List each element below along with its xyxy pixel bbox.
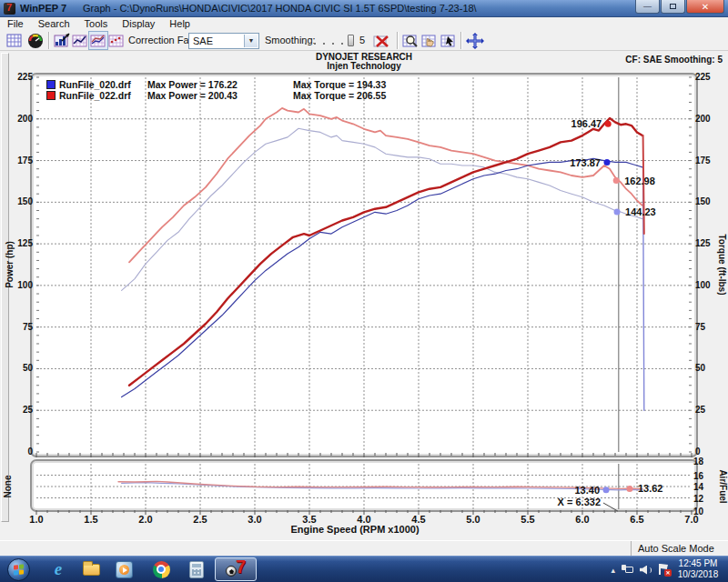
taskbar-chrome-icon[interactable] <box>147 557 175 582</box>
menu-file[interactable]: File <box>0 17 31 30</box>
toolbar-separator <box>460 32 462 49</box>
cursor-tool-icon[interactable] <box>439 31 459 50</box>
graph-overlay-icon[interactable] <box>88 31 108 50</box>
legend-max-torque: Max Torque = 194.33 <box>293 79 386 90</box>
legend-row: RunFile_020.drfMax Power = 176.22Max Tor… <box>46 79 386 90</box>
main-plot-area[interactable] <box>30 73 698 457</box>
graph-line-icon[interactable] <box>70 31 90 50</box>
crosshair-tool-icon[interactable] <box>465 31 485 50</box>
legend-run-file: RunFile_020.drf <box>59 79 147 90</box>
graph-multi-run-icon[interactable] <box>106 31 126 50</box>
system-tray: ▴ ✕ <box>611 557 670 582</box>
scale-mode-status: Auto Scale Mode <box>631 541 728 557</box>
media-player-icon <box>116 561 133 578</box>
clock-date: 10/3/2018 <box>672 569 724 580</box>
volume-icon[interactable] <box>640 565 652 576</box>
legend-swatch <box>46 91 56 100</box>
winpep-app-icon: 7 <box>4 3 15 15</box>
legend: RunFile_020.drfMax Power = 176.22Max Tor… <box>46 79 386 101</box>
toolbar-separator <box>397 32 399 49</box>
menu-search[interactable]: Search <box>31 17 77 30</box>
taskbar-media-player-icon[interactable] <box>110 557 137 582</box>
legend-max-power: Max Power = 200.43 <box>147 90 293 101</box>
winpep-window: 7 WinPEP 7Graph - C:\DynoRuns\HONDA\CIVI… <box>0 0 728 582</box>
windows-flag-icon <box>14 564 24 575</box>
app-name: WinPEP 7 <box>20 3 66 14</box>
graph-client-area: DYNOJET RESEARCH Injen Technology CF: SA… <box>0 51 728 540</box>
window-title: WinPEP 7Graph - C:\DynoRuns\HONDA\CIVIC\… <box>20 3 477 14</box>
slider-ticks <box>305 43 343 45</box>
legend-run-file: RunFile_022.drf <box>59 90 147 101</box>
action-center-icon[interactable]: ✕ <box>658 564 670 576</box>
internet-explorer-icon: e <box>55 559 62 579</box>
pan-tool-icon[interactable] <box>420 31 440 50</box>
taskbar-ie-icon[interactable]: e <box>45 557 72 582</box>
taskbar-clock[interactable]: 12:45 PM 10/3/2018 <box>672 558 724 580</box>
graph-3d-bars-icon[interactable] <box>52 31 72 50</box>
correction-factor-select[interactable]: SAE ▼ <box>188 33 259 49</box>
taskbar-explorer-icon[interactable] <box>77 557 105 582</box>
menu-help[interactable]: Help <box>162 17 197 30</box>
smoothing-slider[interactable] <box>303 35 354 47</box>
winpep7-icon: 7 <box>226 559 246 579</box>
legend-max-power: Max Power = 176.22 <box>147 79 293 90</box>
restore-icon <box>670 4 676 9</box>
status-bar: Auto Scale Mode <box>0 540 728 556</box>
afr-plot-area[interactable] <box>30 459 698 512</box>
toolbar: Correction Factor: SAE ▼ Smoothing: 5 <box>0 30 728 51</box>
chrome-icon <box>153 561 170 578</box>
taskbar-calculator-icon[interactable] <box>183 557 210 582</box>
graph-grid-icon[interactable] <box>5 31 25 50</box>
zoom-tool-icon[interactable] <box>400 31 420 50</box>
restore-button[interactable] <box>661 0 685 14</box>
legend-row: RunFile_022.drfMax Power = 200.43Max Tor… <box>46 90 386 101</box>
title-bar[interactable]: 7 WinPEP 7Graph - C:\DynoRuns\HONDA\CIVI… <box>0 0 728 17</box>
close-button[interactable]: ✕ <box>686 0 724 14</box>
clock-time: 12:45 PM <box>672 558 724 569</box>
menu-bar: File Search Tools Display Help <box>0 17 728 30</box>
menu-display[interactable]: Display <box>115 17 162 30</box>
calculator-icon <box>189 561 204 578</box>
start-button[interactable] <box>7 558 30 581</box>
close-graph-icon[interactable] <box>372 31 392 50</box>
show-hidden-icons-button[interactable]: ▴ <box>611 566 615 575</box>
network-icon[interactable] <box>622 565 633 575</box>
gauge-icon[interactable] <box>25 31 46 50</box>
minimize-button[interactable]: — <box>635 0 660 14</box>
slider-handle[interactable] <box>348 35 354 46</box>
combo-dropdown-icon[interactable]: ▼ <box>244 35 258 47</box>
menu-tools[interactable]: Tools <box>77 17 116 30</box>
correction-factor-value: SAE <box>193 35 213 46</box>
toolbar-separator <box>48 32 50 49</box>
legend-max-torque: Max Torque = 206.55 <box>293 90 386 101</box>
legend-swatch <box>46 80 56 89</box>
folder-icon <box>83 564 100 576</box>
document-path: Graph - C:\DynoRuns\HONDA\CIVIC\2017 HON… <box>83 3 477 14</box>
collapsed-panel-splitter[interactable] <box>1 53 9 522</box>
chart-settings-info: CF: SAE Smoothing: 5 <box>625 55 723 65</box>
smoothing-value: 5 <box>359 35 365 45</box>
chart-subtitle: Injen Technology <box>0 61 728 71</box>
taskbar: e 7 ▴ ✕ 12:45 PM 10/3/2018 <box>0 556 728 582</box>
taskbar-winpep-button[interactable]: 7 <box>215 557 257 581</box>
